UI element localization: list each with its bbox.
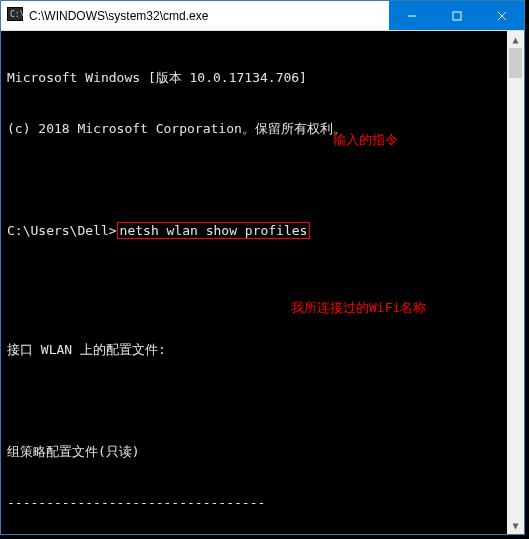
titlebar: C:\ C:\WINDOWS\system32\cmd.exe (1, 1, 524, 31)
command-box: netsh wlan show profiles (117, 222, 311, 239)
window-title: C:\WINDOWS\system32\cmd.exe (29, 9, 208, 23)
minimize-button[interactable] (389, 1, 434, 30)
command-text: netsh wlan show profiles (120, 223, 308, 238)
scroll-thumb[interactable] (509, 48, 522, 78)
divider: --------------------------------- (7, 494, 518, 511)
scroll-up-button[interactable]: ▲ (507, 31, 524, 48)
annotation-input: 输入的指令 (333, 131, 398, 148)
window-controls (389, 1, 524, 30)
terminal-area[interactable]: Microsoft Windows [版本 10.0.17134.706] (c… (1, 31, 524, 539)
svg-text:C:\: C:\ (10, 10, 23, 19)
maximize-button[interactable] (434, 1, 479, 30)
svg-rect-4 (453, 12, 461, 20)
prompt-prefix: C:\Users\Dell> (7, 223, 117, 238)
cmd-window: C:\ C:\WINDOWS\system32\cmd.exe Microsof… (0, 0, 525, 535)
version-line: Microsoft Windows [版本 10.0.17134.706] (7, 69, 518, 86)
blank (7, 171, 518, 188)
group-policy-header: 组策略配置文件(只读) (7, 443, 518, 460)
prompt-line-1: C:\Users\Dell>netsh wlan show profiles (7, 222, 518, 239)
annotation-wifi: 我所连接过的WiFi名称 (291, 299, 426, 316)
close-button[interactable] (479, 1, 524, 30)
scroll-track[interactable] (507, 48, 524, 517)
interface-line: 接口 WLAN 上的配置文件: (7, 341, 518, 358)
titlebar-left: C:\ C:\WINDOWS\system32\cmd.exe (1, 6, 208, 25)
blank (7, 290, 518, 307)
scroll-down-button[interactable]: ▼ (507, 517, 524, 534)
cmd-icon: C:\ (7, 6, 23, 25)
copyright-line: (c) 2018 Microsoft Corporation。保留所有权利。 (7, 120, 518, 137)
blank (7, 392, 518, 409)
vertical-scrollbar[interactable]: ▲ ▼ (507, 31, 524, 534)
